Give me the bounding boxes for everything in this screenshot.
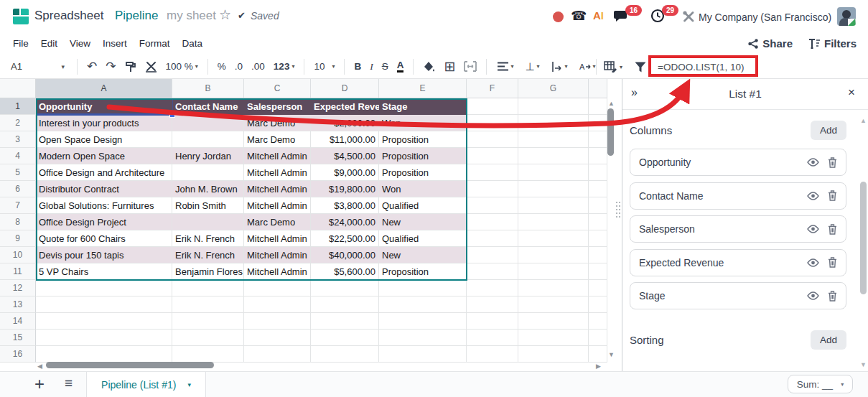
cell[interactable] xyxy=(36,296,172,313)
cell[interactable] xyxy=(518,214,589,230)
cell[interactable] xyxy=(311,330,379,346)
cell[interactable]: Erik N. French xyxy=(172,230,244,247)
cell[interactable] xyxy=(518,197,589,214)
cell[interactable] xyxy=(589,115,607,131)
cell[interactable]: Robin Smith xyxy=(172,197,244,214)
cell[interactable]: $5,600.00 xyxy=(311,263,379,280)
trash-icon[interactable] xyxy=(828,291,837,302)
cell[interactable] xyxy=(244,296,311,313)
eye-icon[interactable] xyxy=(807,158,819,167)
panel-scrollbar[interactable]: ▲ ▼ xyxy=(859,111,867,370)
menu-edit[interactable]: Edit xyxy=(41,38,57,49)
cell[interactable]: Open Space Design xyxy=(36,131,172,148)
cell[interactable] xyxy=(518,131,589,148)
cell[interactable] xyxy=(172,296,244,313)
percent-format-button[interactable]: % xyxy=(213,57,230,76)
cell[interactable]: John M. Brown xyxy=(172,181,244,197)
column-header-C[interactable]: C xyxy=(244,79,311,98)
text-rotation-select[interactable]: ▾ xyxy=(546,57,574,76)
cell[interactable] xyxy=(589,181,607,197)
font-size-select[interactable]: 10▾ xyxy=(309,57,339,76)
column-header-E[interactable]: E xyxy=(379,79,467,98)
cell[interactable] xyxy=(589,214,607,230)
menu-insert[interactable]: Insert xyxy=(103,38,127,49)
cell[interactable] xyxy=(467,115,518,131)
scroll-down-icon[interactable]: ▼ xyxy=(608,351,615,358)
column-header-B[interactable]: B xyxy=(172,79,244,98)
row-header-12[interactable]: 12 xyxy=(0,280,36,296)
cell[interactable] xyxy=(467,280,518,296)
trash-icon[interactable] xyxy=(828,190,837,201)
row-header-6[interactable]: 6 xyxy=(0,181,36,197)
cell[interactable] xyxy=(467,313,518,330)
decrease-decimal-button[interactable]: .0 xyxy=(230,57,247,76)
cell[interactable]: Global Solutions: Furnitures xyxy=(36,197,172,214)
cell[interactable]: Qualified xyxy=(379,230,467,247)
tools-icon[interactable] xyxy=(682,10,695,23)
doc-subtitle[interactable]: my sheet xyxy=(167,9,216,23)
cell[interactable] xyxy=(518,115,589,131)
cell[interactable] xyxy=(589,313,607,330)
sheet-list-button[interactable]: ≡ xyxy=(65,375,73,391)
filter-button[interactable] xyxy=(635,55,646,79)
filters-button[interactable]: Filters xyxy=(808,37,857,50)
cell[interactable] xyxy=(467,131,518,148)
cell[interactable] xyxy=(172,214,244,230)
favorite-star-icon[interactable]: ☆ xyxy=(219,6,231,23)
cell[interactable] xyxy=(467,148,518,164)
column-card-0[interactable]: Opportunity xyxy=(630,149,846,176)
scroll-up-icon[interactable]: ▲ xyxy=(860,117,867,124)
strikethrough-button[interactable]: S xyxy=(378,57,393,76)
close-panel-icon[interactable]: × xyxy=(848,85,855,100)
add-column-button[interactable]: Add xyxy=(811,121,846,140)
redo-button[interactable]: ↷ xyxy=(101,57,120,76)
cell[interactable]: Mitchell Admin xyxy=(244,181,311,197)
number-format-select[interactable]: 123▾ xyxy=(269,57,299,76)
column-card-2[interactable]: Salesperson xyxy=(630,215,846,243)
bold-button[interactable]: B xyxy=(350,57,365,76)
cell[interactable] xyxy=(244,330,311,346)
table-style-select[interactable]: ▾ xyxy=(604,55,622,79)
text-color-button[interactable]: A xyxy=(393,57,409,76)
fill-color-button[interactable] xyxy=(419,57,439,76)
cell[interactable] xyxy=(467,197,518,214)
cell[interactable] xyxy=(467,296,518,313)
cell[interactable] xyxy=(311,296,379,313)
cell[interactable] xyxy=(467,247,518,263)
increase-decimal-button[interactable]: .00 xyxy=(247,57,269,76)
cell[interactable]: Salesperson xyxy=(244,98,311,115)
cell[interactable]: Henry Jordan xyxy=(172,148,244,164)
cell[interactable] xyxy=(589,131,607,148)
vertical-align-select[interactable]: ⊥▾ xyxy=(519,57,545,76)
cell[interactable] xyxy=(467,181,518,197)
cell[interactable] xyxy=(589,330,607,346)
panel-resize-handle[interactable] xyxy=(616,202,622,220)
cell[interactable] xyxy=(36,330,172,346)
eye-icon[interactable] xyxy=(807,258,819,267)
record-dot-icon[interactable] xyxy=(553,11,564,22)
cell[interactable]: Benjamin Flores xyxy=(172,263,244,280)
cell[interactable] xyxy=(467,214,518,230)
cell[interactable]: Marc Demo xyxy=(244,115,311,131)
column-header-F[interactable]: F xyxy=(467,79,518,98)
grid-vertical-scrollbar[interactable]: ▲ ▼ xyxy=(606,98,616,364)
cell[interactable] xyxy=(518,230,589,247)
row-header-5[interactable]: 5 xyxy=(0,164,36,181)
cell[interactable] xyxy=(467,230,518,247)
cell[interactable]: $2,000.00 xyxy=(311,115,379,131)
trash-icon[interactable] xyxy=(828,257,837,268)
grid-vscroll-thumb[interactable] xyxy=(607,108,614,156)
cell[interactable]: $9,000.00 xyxy=(311,164,379,181)
cell[interactable]: New xyxy=(379,247,467,263)
cell[interactable]: Contact Name xyxy=(172,98,244,115)
cell[interactable] xyxy=(172,115,244,131)
formula-input[interactable]: =ODOO.LIST(1, 10) xyxy=(658,62,744,73)
add-sheet-button[interactable]: + xyxy=(34,374,45,394)
spreadsheet-grid[interactable]: ABCDEFG 1OpportunityContact NameSalesper… xyxy=(0,79,622,371)
scroll-left-icon[interactable]: ◀ xyxy=(37,363,42,370)
clear-format-button[interactable] xyxy=(141,57,162,76)
cell[interactable] xyxy=(379,313,467,330)
row-header-2[interactable]: 2 xyxy=(0,115,36,131)
cell[interactable] xyxy=(518,98,589,115)
cell[interactable] xyxy=(589,164,607,181)
